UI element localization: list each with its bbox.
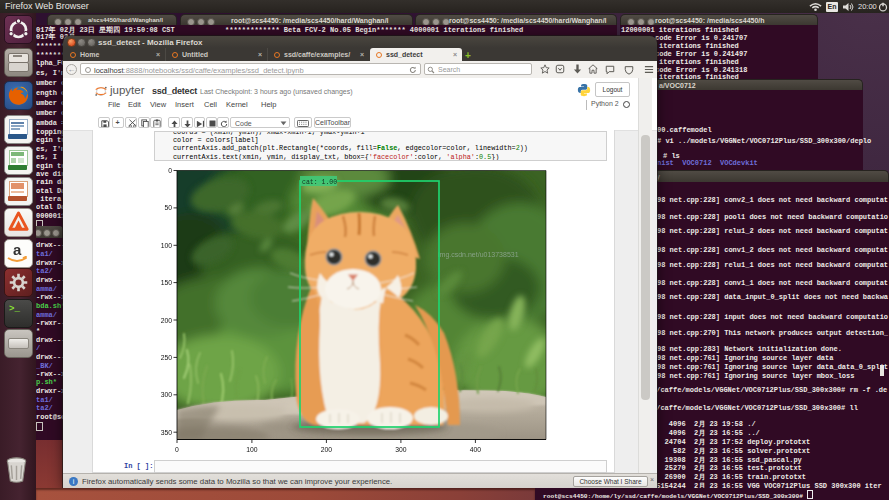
svg-text:300: 300	[395, 446, 407, 453]
svg-text:150: 150	[161, 279, 173, 286]
svg-text:200: 200	[161, 317, 173, 324]
svg-text:50: 50	[164, 204, 172, 211]
svg-text:200: 200	[321, 446, 333, 453]
svg-text:300: 300	[161, 391, 173, 398]
svg-text:100: 100	[161, 242, 173, 249]
svg-text:0: 0	[175, 446, 179, 453]
svg-text:100: 100	[246, 446, 258, 453]
svg-text:400: 400	[470, 446, 482, 453]
svg-text:0: 0	[168, 167, 172, 174]
svg-text:250: 250	[161, 354, 173, 361]
svg-text:350: 350	[161, 429, 173, 436]
svg-text:img.csdn.net/u013738531: img.csdn.net/u013738531	[438, 251, 519, 259]
svg-text:cat: 1.00: cat: 1.00	[302, 179, 337, 186]
